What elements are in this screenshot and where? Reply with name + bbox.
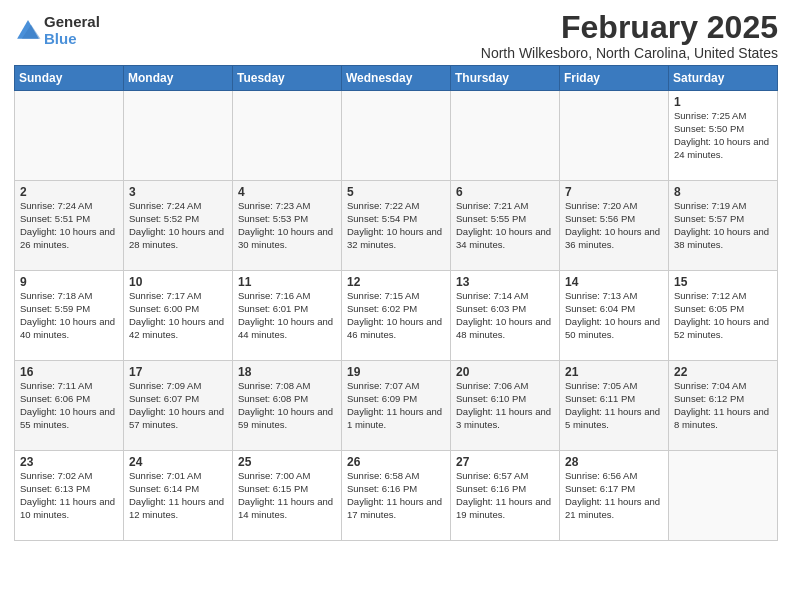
day-headers-row: Sunday Monday Tuesday Wednesday Thursday… xyxy=(15,66,778,91)
day-info: Sunrise: 7:24 AM Sunset: 5:51 PM Dayligh… xyxy=(20,200,119,251)
day-info: Sunrise: 7:19 AM Sunset: 5:57 PM Dayligh… xyxy=(674,200,773,251)
calendar-cell: 24Sunrise: 7:01 AM Sunset: 6:14 PM Dayli… xyxy=(124,451,233,541)
header-thursday: Thursday xyxy=(451,66,560,91)
calendar-cell xyxy=(342,91,451,181)
day-info: Sunrise: 7:09 AM Sunset: 6:07 PM Dayligh… xyxy=(129,380,228,431)
day-number: 25 xyxy=(238,455,337,469)
day-number: 20 xyxy=(456,365,555,379)
calendar-cell xyxy=(669,451,778,541)
calendar-cell xyxy=(451,91,560,181)
day-info: Sunrise: 7:00 AM Sunset: 6:15 PM Dayligh… xyxy=(238,470,337,521)
day-number: 19 xyxy=(347,365,446,379)
day-number: 13 xyxy=(456,275,555,289)
day-number: 26 xyxy=(347,455,446,469)
calendar-cell: 21Sunrise: 7:05 AM Sunset: 6:11 PM Dayli… xyxy=(560,361,669,451)
day-info: Sunrise: 6:58 AM Sunset: 6:16 PM Dayligh… xyxy=(347,470,446,521)
header-wednesday: Wednesday xyxy=(342,66,451,91)
day-number: 9 xyxy=(20,275,119,289)
day-info: Sunrise: 7:23 AM Sunset: 5:53 PM Dayligh… xyxy=(238,200,337,251)
header-friday: Friday xyxy=(560,66,669,91)
day-number: 22 xyxy=(674,365,773,379)
day-info: Sunrise: 7:17 AM Sunset: 6:00 PM Dayligh… xyxy=(129,290,228,341)
calendar-cell: 23Sunrise: 7:02 AM Sunset: 6:13 PM Dayli… xyxy=(15,451,124,541)
day-number: 27 xyxy=(456,455,555,469)
header-sunday: Sunday xyxy=(15,66,124,91)
day-info: Sunrise: 6:57 AM Sunset: 6:16 PM Dayligh… xyxy=(456,470,555,521)
calendar-cell: 4Sunrise: 7:23 AM Sunset: 5:53 PM Daylig… xyxy=(233,181,342,271)
logo-general: General xyxy=(44,14,100,31)
calendar-cell xyxy=(15,91,124,181)
day-number: 3 xyxy=(129,185,228,199)
day-info: Sunrise: 7:25 AM Sunset: 5:50 PM Dayligh… xyxy=(674,110,773,161)
day-info: Sunrise: 7:20 AM Sunset: 5:56 PM Dayligh… xyxy=(565,200,664,251)
day-number: 10 xyxy=(129,275,228,289)
location-title: North Wilkesboro, North Carolina, United… xyxy=(481,45,778,61)
calendar-table: Sunday Monday Tuesday Wednesday Thursday… xyxy=(14,65,778,541)
calendar-cell: 3Sunrise: 7:24 AM Sunset: 5:52 PM Daylig… xyxy=(124,181,233,271)
day-number: 16 xyxy=(20,365,119,379)
header-monday: Monday xyxy=(124,66,233,91)
day-number: 23 xyxy=(20,455,119,469)
calendar-cell: 22Sunrise: 7:04 AM Sunset: 6:12 PM Dayli… xyxy=(669,361,778,451)
header: General Blue February 2025 North Wilkesb… xyxy=(14,10,778,61)
calendar-cell: 26Sunrise: 6:58 AM Sunset: 6:16 PM Dayli… xyxy=(342,451,451,541)
day-info: Sunrise: 7:14 AM Sunset: 6:03 PM Dayligh… xyxy=(456,290,555,341)
day-info: Sunrise: 7:05 AM Sunset: 6:11 PM Dayligh… xyxy=(565,380,664,431)
calendar-cell: 16Sunrise: 7:11 AM Sunset: 6:06 PM Dayli… xyxy=(15,361,124,451)
calendar-cell: 6Sunrise: 7:21 AM Sunset: 5:55 PM Daylig… xyxy=(451,181,560,271)
month-title: February 2025 xyxy=(481,10,778,45)
calendar-cell: 25Sunrise: 7:00 AM Sunset: 6:15 PM Dayli… xyxy=(233,451,342,541)
day-info: Sunrise: 7:21 AM Sunset: 5:55 PM Dayligh… xyxy=(456,200,555,251)
day-number: 5 xyxy=(347,185,446,199)
day-info: Sunrise: 7:16 AM Sunset: 6:01 PM Dayligh… xyxy=(238,290,337,341)
day-number: 18 xyxy=(238,365,337,379)
day-info: Sunrise: 7:24 AM Sunset: 5:52 PM Dayligh… xyxy=(129,200,228,251)
calendar-cell xyxy=(560,91,669,181)
calendar-cell: 9Sunrise: 7:18 AM Sunset: 5:59 PM Daylig… xyxy=(15,271,124,361)
day-number: 7 xyxy=(565,185,664,199)
day-number: 1 xyxy=(674,95,773,109)
day-number: 8 xyxy=(674,185,773,199)
week-row-3: 16Sunrise: 7:11 AM Sunset: 6:06 PM Dayli… xyxy=(15,361,778,451)
day-number: 14 xyxy=(565,275,664,289)
day-number: 24 xyxy=(129,455,228,469)
page: General Blue February 2025 North Wilkesb… xyxy=(0,0,792,612)
header-tuesday: Tuesday xyxy=(233,66,342,91)
calendar-cell xyxy=(124,91,233,181)
day-number: 12 xyxy=(347,275,446,289)
calendar-cell: 8Sunrise: 7:19 AM Sunset: 5:57 PM Daylig… xyxy=(669,181,778,271)
day-info: Sunrise: 7:04 AM Sunset: 6:12 PM Dayligh… xyxy=(674,380,773,431)
day-info: Sunrise: 7:02 AM Sunset: 6:13 PM Dayligh… xyxy=(20,470,119,521)
calendar-cell: 28Sunrise: 6:56 AM Sunset: 6:17 PM Dayli… xyxy=(560,451,669,541)
day-info: Sunrise: 7:06 AM Sunset: 6:10 PM Dayligh… xyxy=(456,380,555,431)
day-info: Sunrise: 7:22 AM Sunset: 5:54 PM Dayligh… xyxy=(347,200,446,251)
calendar-cell: 27Sunrise: 6:57 AM Sunset: 6:16 PM Dayli… xyxy=(451,451,560,541)
day-number: 28 xyxy=(565,455,664,469)
day-number: 17 xyxy=(129,365,228,379)
week-row-2: 9Sunrise: 7:18 AM Sunset: 5:59 PM Daylig… xyxy=(15,271,778,361)
calendar-cell: 1Sunrise: 7:25 AM Sunset: 5:50 PM Daylig… xyxy=(669,91,778,181)
calendar-cell: 10Sunrise: 7:17 AM Sunset: 6:00 PM Dayli… xyxy=(124,271,233,361)
calendar-cell: 19Sunrise: 7:07 AM Sunset: 6:09 PM Dayli… xyxy=(342,361,451,451)
day-number: 6 xyxy=(456,185,555,199)
day-number: 21 xyxy=(565,365,664,379)
day-number: 11 xyxy=(238,275,337,289)
calendar-cell: 2Sunrise: 7:24 AM Sunset: 5:51 PM Daylig… xyxy=(15,181,124,271)
calendar-cell: 13Sunrise: 7:14 AM Sunset: 6:03 PM Dayli… xyxy=(451,271,560,361)
day-number: 4 xyxy=(238,185,337,199)
week-row-4: 23Sunrise: 7:02 AM Sunset: 6:13 PM Dayli… xyxy=(15,451,778,541)
day-info: Sunrise: 7:12 AM Sunset: 6:05 PM Dayligh… xyxy=(674,290,773,341)
day-info: Sunrise: 7:13 AM Sunset: 6:04 PM Dayligh… xyxy=(565,290,664,341)
calendar-cell: 14Sunrise: 7:13 AM Sunset: 6:04 PM Dayli… xyxy=(560,271,669,361)
calendar-cell: 17Sunrise: 7:09 AM Sunset: 6:07 PM Dayli… xyxy=(124,361,233,451)
logo: General Blue xyxy=(14,14,100,47)
calendar-cell: 7Sunrise: 7:20 AM Sunset: 5:56 PM Daylig… xyxy=(560,181,669,271)
logo-icon xyxy=(14,17,42,45)
week-row-0: 1Sunrise: 7:25 AM Sunset: 5:50 PM Daylig… xyxy=(15,91,778,181)
day-number: 15 xyxy=(674,275,773,289)
logo-blue: Blue xyxy=(44,31,100,48)
day-info: Sunrise: 7:15 AM Sunset: 6:02 PM Dayligh… xyxy=(347,290,446,341)
day-number: 2 xyxy=(20,185,119,199)
logo-text: General Blue xyxy=(44,14,100,47)
calendar-cell: 20Sunrise: 7:06 AM Sunset: 6:10 PM Dayli… xyxy=(451,361,560,451)
